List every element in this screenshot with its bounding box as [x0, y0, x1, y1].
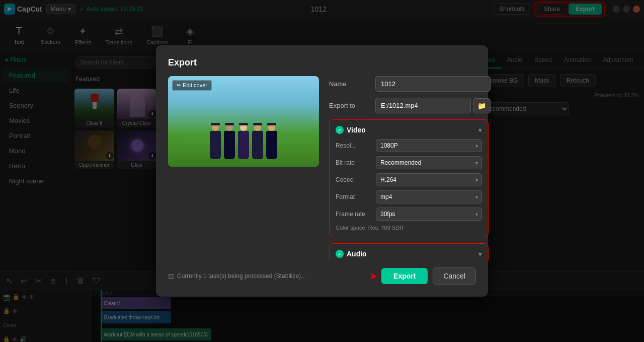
graduation-figures	[210, 123, 277, 159]
framerate-select-wrap: 30fps 24fps 60fps	[376, 208, 482, 221]
codec-label: Codec	[336, 176, 376, 183]
edit-cover-button[interactable]: ✏ Edit cover	[172, 80, 212, 91]
arrow-indicator: ➤	[369, 270, 378, 282]
person-2	[224, 123, 235, 159]
cap-1	[211, 123, 220, 125]
format-select[interactable]: mp4 mov	[376, 190, 482, 203]
video-section-title: Video	[347, 126, 366, 134]
modal-footer: ⊡ Currently 1 task(s) being processed (S…	[168, 267, 476, 285]
cap-5	[267, 123, 276, 125]
name-label: Name	[329, 80, 369, 88]
bitrate-row: Bit rate Recommended Low High	[336, 156, 482, 169]
modal-overlay: Export ✏ Edit cover	[0, 0, 644, 342]
audio-section-header: ✓ Audio ▾	[336, 250, 482, 258]
color-space-text: Color space: Rec. 709 SDR	[336, 225, 482, 231]
person-4	[252, 123, 263, 159]
resolution-row: Resol... 1080P 720P 4K	[336, 139, 482, 152]
task-icon: ⊡	[168, 272, 174, 280]
format-row: Format mp4 mov	[336, 190, 482, 203]
resolution-select[interactable]: 1080P 720P 4K	[376, 139, 482, 152]
body-1	[210, 131, 221, 159]
folder-button[interactable]: 📁	[473, 98, 491, 113]
codec-select[interactable]: H.264 H.265	[376, 173, 482, 186]
export-path-input[interactable]	[375, 98, 471, 113]
codec-select-wrap: H.264 H.265	[376, 173, 482, 186]
form-row-name: Name	[329, 76, 491, 92]
modal-preview: ✏ Edit cover	[168, 76, 319, 260]
modal-preview-img: ✏ Edit cover	[168, 76, 319, 167]
format-label: Format	[336, 193, 376, 200]
audio-check[interactable]: ✓	[336, 250, 344, 258]
form-row-export-to: Export to 📁	[329, 98, 491, 113]
framerate-row: Frame rate 30fps 24fps 60fps	[336, 208, 482, 221]
name-input[interactable]	[375, 76, 491, 92]
task-info: ⊡ Currently 1 task(s) being processed (S…	[168, 272, 376, 280]
body-2	[224, 131, 235, 159]
resolution-label: Resol...	[336, 142, 376, 149]
format-select-wrap: mp4 mov	[376, 190, 482, 203]
modal-title: Export	[168, 57, 476, 68]
person-3	[238, 123, 249, 159]
resolution-select-wrap: 1080P 720P 4K	[376, 139, 482, 152]
codec-row: Codec H.264 H.265	[336, 173, 482, 186]
person-5	[266, 123, 277, 159]
export-modal: Export ✏ Edit cover	[156, 45, 488, 297]
export-to-label: Export to	[329, 102, 369, 109]
video-check[interactable]: ✓	[336, 126, 344, 134]
body-3	[238, 131, 249, 159]
framerate-label: Frame rate	[336, 211, 376, 218]
video-section: ✓ Video ▾ Resol... 1080P 720P 4K	[329, 119, 489, 237]
scrollable-sections: ✓ Video ▾ Resol... 1080P 720P 4K	[329, 119, 491, 260]
cap-3	[239, 123, 248, 125]
bitrate-select-wrap: Recommended Low High	[376, 156, 482, 169]
modal-form: Name Export to 📁	[329, 76, 491, 260]
person-1	[210, 123, 221, 159]
audio-section-toggle[interactable]: ▾	[478, 250, 482, 258]
export-modal-button[interactable]: Export	[381, 268, 428, 284]
export-btn-container: ➤ Export	[381, 268, 428, 284]
video-section-header: ✓ Video ▾	[336, 126, 482, 134]
cap-2	[225, 123, 234, 125]
body-4	[252, 131, 263, 159]
body-5	[266, 131, 277, 159]
framerate-select[interactable]: 30fps 24fps 60fps	[376, 208, 482, 221]
audio-section-title: Audio	[347, 250, 367, 258]
cancel-modal-button[interactable]: Cancel	[433, 267, 476, 285]
bitrate-label: Bit rate	[336, 159, 376, 166]
modal-body: ✏ Edit cover	[168, 76, 476, 260]
bitrate-select[interactable]: Recommended Low High	[376, 156, 482, 169]
audio-section: ✓ Audio ▾ Format MP3 AAC	[329, 243, 489, 260]
video-section-toggle[interactable]: ▾	[478, 126, 482, 134]
cap-4	[253, 123, 262, 125]
